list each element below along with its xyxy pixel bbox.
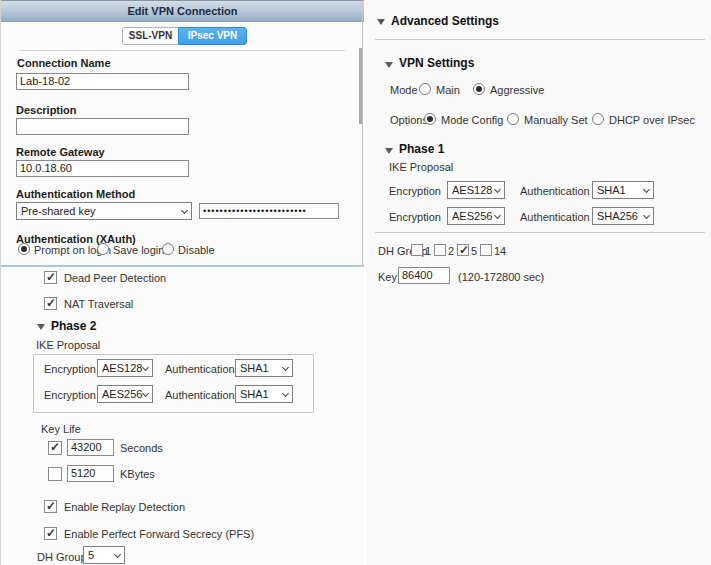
advanced-settings-heading: Advanced Settings (391, 14, 499, 28)
encryption-value: AES256 (452, 210, 492, 222)
authentication-label: Authentication (165, 363, 235, 375)
phase1-encryption-select-1[interactable]: AES128 (447, 181, 505, 199)
auth-method-select[interactable]: Pre-shared key (16, 202, 192, 220)
pre-shared-key-input[interactable]: ••••••••••••••••••••••••• (199, 203, 339, 219)
key-life-seconds-input[interactable]: 43200 (67, 439, 114, 456)
tab-ipsec-vpn[interactable]: IPsec VPN (178, 27, 247, 45)
dh-group-option-label: 1 (425, 245, 431, 257)
xauth-radio-prompt-on-login[interactable] (18, 243, 30, 255)
phase2-dh-group-select[interactable]: 5 (83, 546, 125, 564)
dh-group-label: DH Group (37, 551, 87, 563)
xauth-radio-disable[interactable] (162, 243, 174, 255)
authentication-value: SHA1 (240, 362, 269, 374)
phase2-authentication-select-2[interactable]: SHA1 (235, 385, 293, 403)
dh-group-value: 5 (88, 549, 94, 561)
screen: Edit VPN Connection SSL-VPN IPsec VPN Co… (0, 0, 711, 565)
options-radio-mode-config[interactable] (424, 113, 436, 125)
dh-group-5-checkbox[interactable] (457, 244, 469, 256)
xauth-option-label: Save login (113, 244, 164, 256)
phase1-heading: Phase 1 (399, 142, 444, 156)
description-label: Description (16, 104, 77, 116)
options-option-label: Manually Set (524, 114, 588, 126)
mode-radio-main[interactable] (419, 83, 431, 95)
options-radio-dhcp-over-ipsec[interactable] (592, 113, 604, 125)
chevron-down-icon (282, 390, 289, 397)
divider (19, 50, 345, 51)
remote-gateway-label: Remote Gateway (16, 146, 105, 158)
pfs-checkbox[interactable] (44, 527, 57, 540)
phase2-authentication-select-1[interactable]: SHA1 (235, 359, 293, 377)
remote-gateway-input[interactable]: 10.0.18.60 (16, 160, 189, 177)
encryption-label: Encryption (389, 211, 441, 223)
encryption-label: Encryption (44, 363, 96, 375)
chevron-down-icon (643, 186, 650, 193)
phase2-encryption-select-1[interactable]: AES128 (97, 359, 153, 377)
chevron-down-icon (643, 212, 650, 219)
chevron-down-icon (494, 212, 501, 219)
key-life-seconds-checkbox[interactable] (48, 441, 62, 455)
options-label: Options (390, 114, 428, 126)
xauth-option-label: Disable (178, 244, 215, 256)
description-input[interactable] (16, 118, 189, 135)
encryption-value: AES256 (102, 388, 142, 400)
mode-radio-aggressive[interactable] (473, 83, 485, 95)
encryption-value: AES128 (102, 362, 142, 374)
replay-detection-checkbox[interactable] (44, 500, 57, 513)
collapse-triangle-icon[interactable] (377, 19, 385, 25)
key-life-kbytes-checkbox[interactable] (48, 467, 62, 481)
dh-group-option-label: 2 (448, 245, 454, 257)
chevron-down-icon (142, 364, 149, 371)
xauth-radio-save-login[interactable] (97, 243, 109, 255)
key-life-hint: (120-172800 sec) (458, 271, 544, 283)
edit-vpn-dialog: Edit VPN Connection SSL-VPN IPsec VPN Co… (0, 0, 363, 565)
dh-group-2-checkbox[interactable] (434, 244, 446, 256)
divider (375, 39, 705, 40)
chevron-down-icon (114, 551, 121, 558)
phase1-key-life-input[interactable]: 86400 (398, 267, 450, 284)
tab-ssl-vpn[interactable]: SSL-VPN (122, 27, 179, 45)
seconds-unit-label: Seconds (120, 442, 163, 454)
mode-label: Mode (390, 84, 418, 96)
phase1-encryption-select-2[interactable]: AES256 (447, 207, 505, 225)
phase1-authentication-select-2[interactable]: SHA256 (592, 207, 654, 225)
chevron-down-icon (142, 390, 149, 397)
key-life-kbytes-input[interactable]: 5120 (67, 465, 114, 482)
dialog-title: Edit VPN Connection (1, 0, 364, 22)
encryption-value: AES128 (452, 184, 492, 196)
options-radio-manually-set[interactable] (507, 113, 519, 125)
collapse-triangle-icon[interactable] (37, 324, 45, 330)
encryption-label: Encryption (44, 389, 96, 401)
phase1-authentication-select-1[interactable]: SHA1 (592, 181, 654, 199)
kbytes-unit-label: KBytes (120, 468, 155, 480)
pfs-label: Enable Perfect Forward Secrecy (PFS) (64, 528, 254, 540)
options-option-label: Mode Config (441, 114, 503, 126)
divider (375, 232, 705, 233)
authentication-value: SHA256 (597, 210, 638, 222)
replay-detection-label: Enable Replay Detection (64, 501, 185, 513)
dead-peer-detection-label: Dead Peer Detection (64, 272, 166, 284)
authentication-value: SHA1 (240, 388, 269, 400)
authentication-label: Authentication (165, 389, 235, 401)
phase1-ike-proposal-label: IKE Proposal (389, 161, 453, 173)
collapse-triangle-icon[interactable] (385, 148, 393, 154)
auth-method-value: Pre-shared key (21, 205, 96, 217)
dh-group-1-checkbox[interactable] (411, 244, 423, 256)
collapse-triangle-icon[interactable] (385, 62, 393, 68)
dh-group-14-checkbox[interactable] (480, 244, 492, 256)
encryption-label: Encryption (389, 185, 441, 197)
dialog-right-border (362, 0, 363, 267)
chevron-down-icon (282, 364, 289, 371)
phase2-heading: Phase 2 (51, 319, 96, 333)
connection-name-label: Connection Name (17, 57, 111, 69)
dialog-bottom-border (1, 265, 364, 267)
chevron-down-icon (181, 207, 188, 214)
phase2-encryption-select-2[interactable]: AES256 (97, 385, 153, 403)
vpn-settings-heading: VPN Settings (399, 56, 474, 70)
authentication-label: Authentication (520, 211, 590, 223)
scrollbar-thumb[interactable] (359, 48, 362, 124)
key-life-label: Key Life (41, 423, 81, 435)
chevron-down-icon (494, 186, 501, 193)
dead-peer-detection-checkbox[interactable] (44, 271, 57, 284)
nat-traversal-checkbox[interactable] (44, 297, 57, 310)
connection-name-input[interactable]: Lab-18-02 (16, 73, 189, 90)
